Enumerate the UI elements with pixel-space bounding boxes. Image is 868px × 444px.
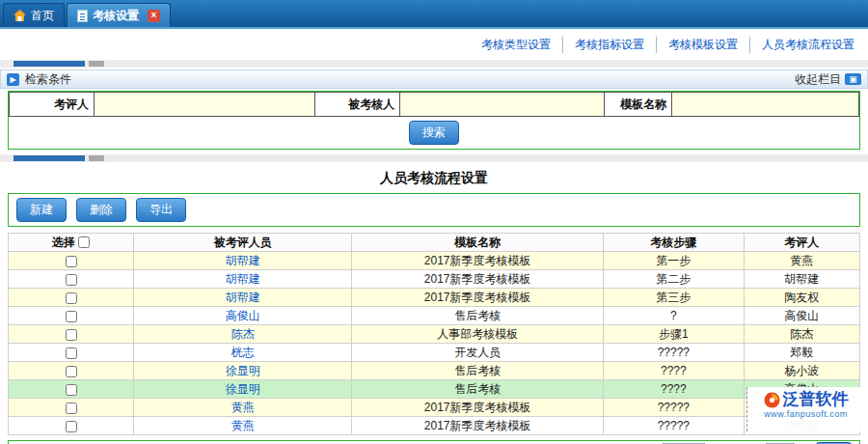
search-conditions-label: 检索条件 — [25, 71, 71, 88]
row-template-cell: 开发人员 — [352, 344, 604, 362]
row-checkbox[interactable] — [66, 347, 77, 359]
settings-nav: 考核类型设置 考核指标设置 考核模板设置 人员考核流程设置 — [0, 29, 868, 59]
new-button[interactable]: 新建 — [16, 198, 67, 222]
template-name-input[interactable] — [672, 94, 858, 116]
row-step-cell: ????? — [604, 417, 744, 435]
row-step-cell: ????? — [604, 344, 744, 362]
row-checkbox[interactable] — [66, 402, 77, 414]
row-evaluator-cell: 杨小波 — [744, 362, 859, 380]
row-person-cell: 胡帮建 — [134, 289, 352, 307]
header-select-label: 选择 — [52, 236, 75, 249]
row-select-cell — [9, 344, 134, 362]
row-checkbox[interactable] — [66, 329, 77, 341]
nav-link-assessment-type[interactable]: 考核类型设置 — [470, 37, 563, 53]
collapse-panel-button[interactable]: 收起栏目 ▣ — [795, 71, 861, 88]
row-person-cell: 胡帮建 — [134, 270, 352, 289]
row-checkbox[interactable] — [66, 274, 77, 286]
divider-bar-middle[interactable] — [0, 154, 868, 162]
vendor-watermark: 泛普软件 www.fanpusoft.com — [746, 387, 864, 431]
vendor-brand: 泛普软件 — [749, 390, 862, 409]
search-button[interactable]: 搜索 — [409, 121, 459, 145]
collapse-icon: ▣ — [845, 73, 861, 85]
row-template-cell: 售后考核 — [352, 380, 604, 399]
table-row[interactable]: 高俊山 售后考核 ? 高俊山 — [9, 307, 860, 325]
row-person-cell: 徐显明 — [134, 362, 352, 380]
search-form: 考评人 被考核人 模板名称 — [9, 92, 859, 117]
header-assessment-step: 考核步骤 — [604, 234, 744, 252]
row-checkbox[interactable] — [66, 311, 77, 322]
expand-arrow-icon[interactable]: ▶ — [7, 73, 19, 86]
select-all-checkbox[interactable] — [78, 236, 90, 248]
row-person-link[interactable]: 胡帮建 — [226, 291, 260, 304]
template-name-field-label: 模板名称 — [604, 93, 671, 117]
row-person-link[interactable]: 高俊山 — [226, 309, 260, 322]
row-person-link[interactable]: 徐显明 — [226, 364, 260, 377]
row-select-cell — [9, 417, 134, 435]
tab-home[interactable]: 首页 — [3, 3, 65, 27]
nav-link-assessment-template[interactable]: 考核模板设置 — [657, 37, 750, 53]
table-row[interactable]: 黄燕 2017新季度考核模板 ????? 黄燕 — [9, 399, 860, 417]
divider-handle-gray[interactable] — [89, 61, 104, 67]
row-person-cell: 胡帮建 — [134, 252, 352, 270]
evaluator-field-label: 考评人 — [10, 93, 95, 117]
row-step-cell: ? — [604, 307, 744, 325]
table-row[interactable]: 胡帮建 2017新季度考核模板 第一步 黄燕 — [9, 252, 860, 270]
close-tab-icon[interactable]: × — [148, 10, 160, 22]
evaluator-input[interactable] — [95, 94, 314, 116]
nav-link-personnel-flow[interactable]: 人员考核流程设置 — [750, 37, 858, 53]
search-conditions-bar: ▶ 检索条件 收起栏目 ▣ — [0, 69, 868, 89]
row-checkbox[interactable] — [66, 421, 77, 432]
pagination-bar: 总记录数: 26 共分为: 3 页 首页 上一页 下一页 末页 每页显示 条 转… — [8, 440, 860, 444]
row-step-cell: 第二步 — [604, 270, 744, 289]
row-person-cell: 桄志 — [134, 344, 352, 362]
assessed-person-field-label: 被考核人 — [315, 93, 400, 117]
row-template-cell: 2017新季度考核模板 — [352, 270, 604, 289]
tab-assessment-settings[interactable]: 考核设置 × — [67, 3, 171, 27]
row-person-cell: 黄燕 — [134, 417, 352, 435]
row-person-link[interactable]: 黄燕 — [231, 401, 255, 414]
row-checkbox[interactable] — [66, 384, 77, 396]
row-person-link[interactable]: 黄燕 — [231, 419, 255, 432]
assessment-flow-table: 选择 被考评人员 模板名称 考核步骤 考评人 胡帮建 2017新季度考核模板 第… — [8, 233, 860, 435]
row-checkbox[interactable] — [66, 366, 77, 377]
row-select-cell — [9, 325, 134, 344]
table-row[interactable]: 胡帮建 2017新季度考核模板 第二步 胡帮建 — [9, 270, 860, 289]
table-row[interactable]: 徐显明 售后考核 ???? 杨小波 — [9, 362, 860, 380]
row-evaluator-cell: 胡帮建 — [744, 270, 859, 289]
divider-handle-blue-2[interactable] — [14, 155, 85, 161]
header-select: 选择 — [9, 234, 134, 252]
table-row[interactable]: 胡帮建 2017新季度考核模板 第三步 陶友权 — [9, 289, 860, 307]
row-evaluator-cell: 郑毅 — [744, 344, 859, 362]
divider-handle-gray-2[interactable] — [89, 155, 104, 161]
row-checkbox[interactable] — [66, 256, 77, 267]
row-step-cell: ????? — [604, 399, 744, 417]
toolbar: 新建 删除 导出 — [8, 193, 860, 227]
row-person-link[interactable]: 胡帮建 — [226, 254, 260, 267]
delete-button[interactable]: 删除 — [76, 198, 126, 222]
nav-link-assessment-indicator[interactable]: 考核指标设置 — [563, 37, 657, 53]
assessed-person-input[interactable] — [400, 94, 603, 116]
row-person-link[interactable]: 胡帮建 — [226, 272, 260, 286]
row-template-cell: 2017新季度考核模板 — [352, 289, 604, 307]
page-title: 人员考核流程设置 — [0, 170, 868, 187]
row-step-cell: 步骤1 — [604, 325, 744, 344]
table-row[interactable]: 徐显明 售后考核 ???? 高俊山 — [9, 380, 860, 399]
row-evaluator-cell: 高俊山 — [744, 307, 859, 325]
row-evaluator-cell: 陶友权 — [744, 289, 859, 307]
table-row[interactable]: 桄志 开发人员 ????? 郑毅 — [9, 344, 860, 362]
row-select-cell — [9, 252, 134, 270]
row-template-cell: 2017新季度考核模板 — [352, 417, 604, 435]
divider-bar-top[interactable] — [0, 60, 868, 68]
row-person-link[interactable]: 陈杰 — [231, 327, 255, 341]
row-person-link[interactable]: 桄志 — [231, 346, 255, 359]
table-row[interactable]: 陈杰 人事部考核模板 步骤1 陈杰 — [9, 325, 860, 344]
search-form-panel: 考评人 被考核人 模板名称 搜索 — [8, 91, 860, 150]
export-button[interactable]: 导出 — [136, 198, 186, 222]
row-select-cell — [9, 307, 134, 325]
row-select-cell — [9, 380, 134, 399]
table-header-row: 选择 被考评人员 模板名称 考核步骤 考评人 — [9, 234, 860, 252]
table-row[interactable]: 黄燕 2017新季度考核模板 ????? 胡帮建 — [9, 417, 860, 435]
divider-handle-blue[interactable] — [14, 61, 85, 67]
row-checkbox[interactable] — [66, 292, 77, 304]
row-person-link[interactable]: 徐显明 — [226, 382, 260, 396]
